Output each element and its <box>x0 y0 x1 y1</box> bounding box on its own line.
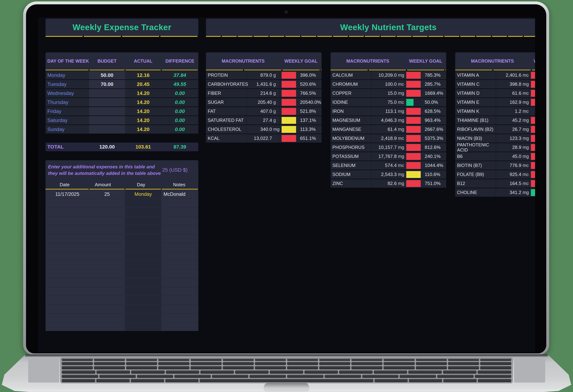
date-cell[interactable] <box>46 252 89 260</box>
nutrient-unit-cell[interactable]: mg <box>521 80 529 88</box>
day-cell[interactable] <box>125 225 161 234</box>
nutrient-name-cell[interactable]: CHROMIUM <box>331 80 371 88</box>
nutrient-name-cell[interactable]: FOLATE (B9) <box>455 170 496 179</box>
nutrient-unit-cell[interactable]: mg <box>397 116 405 124</box>
nutrient-value-cell[interactable]: 10,209.0 <box>371 71 397 79</box>
notes-cell[interactable] <box>161 252 198 260</box>
date-cell[interactable] <box>46 270 89 278</box>
day-cell[interactable] <box>125 217 161 225</box>
amount-cell[interactable] <box>89 287 125 296</box>
nutrient-unit-cell[interactable]: mg <box>397 71 405 79</box>
goal-percentage-cell[interactable]: 785.3% <box>422 71 446 79</box>
nutrient-unit-cell[interactable]: mcg <box>521 170 529 179</box>
day-cell[interactable]: Friday <box>46 107 89 116</box>
nutrient-value-cell[interactable]: 4,046.3 <box>371 116 397 124</box>
nutrient-value-cell[interactable]: 61.6 <box>496 89 521 98</box>
difference-cell[interactable]: 0.00 <box>161 125 198 134</box>
nutrient-value-cell[interactable]: 27.4 <box>247 116 272 124</box>
goal-percentage-cell[interactable]: 520.6% <box>298 80 322 88</box>
nutrient-name-cell[interactable]: KCAL <box>206 134 247 143</box>
actual-cell[interactable]: 14.20 <box>125 98 161 106</box>
nutrient-value-cell[interactable]: 407.0 <box>247 107 272 116</box>
nutrient-name-cell[interactable]: VITAMIN K <box>455 107 496 116</box>
day-cell[interactable]: Thursday <box>46 98 89 106</box>
amount-cell[interactable] <box>89 217 125 225</box>
currency-label[interactable]: 25 (USD $) <box>162 167 188 173</box>
actual-cell[interactable]: 12.16 <box>125 71 161 79</box>
goal-percentage-cell[interactable]: 240.1% <box>422 152 446 161</box>
nutrient-value-cell[interactable]: 1,431.6 <box>247 80 272 88</box>
date-cell[interactable] <box>46 287 89 296</box>
notes-cell[interactable] <box>161 261 198 269</box>
nutrient-value-cell[interactable]: 17,767.8 <box>371 152 397 161</box>
nutrient-name-cell[interactable]: B12 <box>455 179 496 188</box>
difference-cell[interactable]: 0.00 <box>161 98 198 106</box>
nutrient-name-cell[interactable]: BIOTIN (B7) <box>455 161 496 170</box>
nutrient-name-cell[interactable]: THIAMINE (B1) <box>455 116 496 124</box>
day-cell[interactable] <box>125 234 161 242</box>
nutrient-name-cell[interactable]: NIACIN (B3) <box>455 134 496 143</box>
nutrient-unit-cell[interactable]: mg <box>521 116 529 124</box>
amount-cell[interactable] <box>89 252 125 260</box>
nutrient-name-cell[interactable]: FAT <box>206 107 247 116</box>
day-cell[interactable]: Monday <box>46 71 89 79</box>
nutrient-value-cell[interactable]: 10,157.7 <box>371 143 397 152</box>
actual-cell[interactable]: 14.20 <box>125 107 161 116</box>
notes-cell[interactable] <box>161 323 198 331</box>
day-cell[interactable] <box>125 261 161 269</box>
day-cell[interactable]: Tuesday <box>46 80 89 88</box>
nutrient-unit-cell[interactable]: mg <box>397 89 405 98</box>
nutrient-value-cell[interactable]: 2,543.3 <box>371 170 397 179</box>
nutrient-name-cell[interactable]: MAGNESIUM <box>331 116 371 124</box>
date-cell[interactable] <box>46 278 89 287</box>
total-budget-cell[interactable]: 120.00 <box>89 144 125 150</box>
nutrient-unit-cell[interactable]: mg <box>397 170 405 179</box>
day-cell[interactable] <box>125 278 161 287</box>
day-cell[interactable]: Saturday <box>46 116 89 124</box>
goal-percentage-cell[interactable]: 521.8% <box>298 107 322 116</box>
nutrient-name-cell[interactable]: IODINE <box>331 98 371 106</box>
notes-cell[interactable] <box>161 225 198 234</box>
goal-percentage-cell[interactable]: 2667.6% <box>422 125 446 134</box>
nutrient-value-cell[interactable]: 82.6 <box>371 179 397 188</box>
nutrient-unit-cell[interactable]: mg <box>521 134 529 143</box>
nutrient-value-cell[interactable]: 1.2 <box>496 107 521 116</box>
goal-percentage-cell[interactable]: 963.4% <box>422 116 446 124</box>
nutrient-value-cell[interactable]: 341.2 <box>496 188 521 197</box>
goal-percentage-cell[interactable]: 651.1% <box>298 134 322 143</box>
day-cell[interactable] <box>125 314 161 322</box>
notes-cell[interactable]: McDonald <box>161 190 198 198</box>
budget-cell[interactable] <box>89 89 125 98</box>
difference-cell[interactable]: 37.84 <box>161 71 198 79</box>
nutrient-name-cell[interactable]: VITAMIN C <box>455 80 496 88</box>
budget-cell[interactable] <box>89 116 125 124</box>
actual-cell[interactable]: 14.20 <box>125 89 161 98</box>
day-cell[interactable] <box>125 287 161 296</box>
difference-cell[interactable]: 0.00 <box>161 89 198 98</box>
goal-percentage-cell[interactable]: 113.3% <box>298 125 322 134</box>
date-cell[interactable]: 11/17/2025 <box>46 190 89 198</box>
nutrient-name-cell[interactable]: POTASSIUM <box>331 152 371 161</box>
amount-cell[interactable] <box>89 234 125 242</box>
nutrient-name-cell[interactable]: VITAMIN E <box>455 98 496 106</box>
day-cell[interactable] <box>125 296 161 305</box>
nutrient-value-cell[interactable]: 113.1 <box>371 107 397 116</box>
nutrient-unit-cell[interactable]: g <box>272 107 280 116</box>
total-difference-cell[interactable]: 87.39 <box>161 144 198 150</box>
total-actual-cell[interactable]: 103.61 <box>125 144 161 150</box>
budget-cell[interactable]: 70.00 <box>89 80 125 88</box>
nutrient-name-cell[interactable]: COPPER <box>331 89 371 98</box>
nutrient-name-cell[interactable]: SUGAR <box>206 98 247 106</box>
goal-percentage-cell[interactable]: 20540.0% <box>298 98 322 106</box>
actual-cell[interactable]: 14.20 <box>125 125 161 134</box>
nutrient-name-cell[interactable]: PHOSPHORUS <box>331 143 371 152</box>
goal-percentage-cell[interactable]: 5375.3% <box>422 134 446 143</box>
nutrient-name-cell[interactable]: MOLYBDENUM <box>331 134 371 143</box>
goal-percentage-cell[interactable]: 137.1% <box>298 116 322 124</box>
budget-cell[interactable] <box>89 98 125 106</box>
nutrient-value-cell[interactable]: 340.0 <box>247 125 272 134</box>
nutrient-name-cell[interactable]: IRON <box>331 107 371 116</box>
nutrient-value-cell[interactable]: 45.0 <box>496 152 521 161</box>
nutrient-unit-cell[interactable]: g <box>272 80 280 88</box>
nutrient-value-cell[interactable]: 925.4 <box>496 170 521 179</box>
